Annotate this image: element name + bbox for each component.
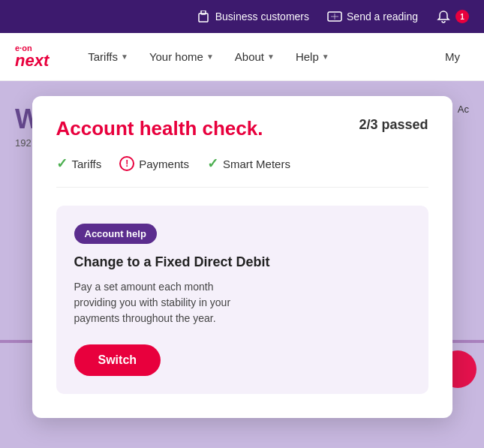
notifications-link[interactable]: 1 xyxy=(436,9,469,24)
business-icon xyxy=(196,9,211,24)
about-label: About xyxy=(235,50,264,63)
send-reading-label: Send a reading xyxy=(347,11,418,23)
check-smart-meters: ✓ Smart Meters xyxy=(207,155,290,172)
tariffs-label: Tariffs xyxy=(88,50,118,63)
your-home-chevron-icon: ▼ xyxy=(206,53,214,61)
check-payments-warning-icon: ! xyxy=(119,156,134,171)
health-check-modal: Account health check. 2/3 passed ✓ Tarif… xyxy=(32,96,452,418)
about-chevron-icon: ▼ xyxy=(267,53,275,61)
check-payments: ! Payments xyxy=(119,156,189,171)
account-help-badge: Account help xyxy=(74,224,157,244)
modal-score: 2/3 passed xyxy=(359,117,428,133)
nav-my[interactable]: My xyxy=(436,44,469,69)
send-reading-link[interactable]: Send a reading xyxy=(327,9,418,24)
logo-next: next xyxy=(15,53,49,69)
nav-tariffs[interactable]: Tariffs ▼ xyxy=(79,44,137,69)
my-label: My xyxy=(445,50,460,63)
nav-help[interactable]: Help ▼ xyxy=(287,44,338,69)
check-tariffs-pass-icon: ✓ xyxy=(56,155,68,172)
modal-overlay: Account health check. 2/3 passed ✓ Tarif… xyxy=(0,81,484,448)
card-title: Change to a Fixed Direct Debit xyxy=(74,254,410,270)
notification-badge: 1 xyxy=(455,10,469,23)
check-tariffs: ✓ Tariffs xyxy=(56,155,102,172)
check-smart-meters-label: Smart Meters xyxy=(223,158,290,170)
modal-title: Account health check. xyxy=(56,117,263,140)
your-home-label: Your home xyxy=(149,50,203,63)
nav-bar: e·on next Tariffs ▼ Your home ▼ About ▼ … xyxy=(0,33,484,81)
nav-your-home[interactable]: Your home ▼ xyxy=(140,44,223,69)
check-payments-label: Payments xyxy=(139,158,189,170)
nav-about[interactable]: About ▼ xyxy=(226,44,284,69)
logo[interactable]: e·on next xyxy=(15,44,49,69)
business-customers-link[interactable]: Business customers xyxy=(196,9,309,24)
tariffs-chevron-icon: ▼ xyxy=(121,53,128,61)
help-chevron-icon: ▼ xyxy=(322,53,329,61)
help-label: Help xyxy=(296,50,319,63)
meter-icon xyxy=(327,9,342,24)
notification-icon xyxy=(436,9,451,24)
svg-rect-1 xyxy=(201,11,206,14)
business-customers-label: Business customers xyxy=(215,11,309,23)
checks-row: ✓ Tariffs ! Payments ✓ Smart Meters xyxy=(56,155,428,188)
switch-button[interactable]: Switch xyxy=(74,344,161,376)
card-description: Pay a set amount each month providing yo… xyxy=(74,279,239,326)
account-help-card: Account help Change to a Fixed Direct De… xyxy=(56,206,428,394)
top-bar: Business customers Send a reading 1 xyxy=(0,0,484,33)
modal-header: Account health check. 2/3 passed xyxy=(56,117,428,140)
nav-items: Tariffs ▼ Your home ▼ About ▼ Help ▼ My xyxy=(79,44,469,69)
check-smart-meters-pass-icon: ✓ xyxy=(207,155,218,172)
check-tariffs-label: Tariffs xyxy=(72,158,102,170)
